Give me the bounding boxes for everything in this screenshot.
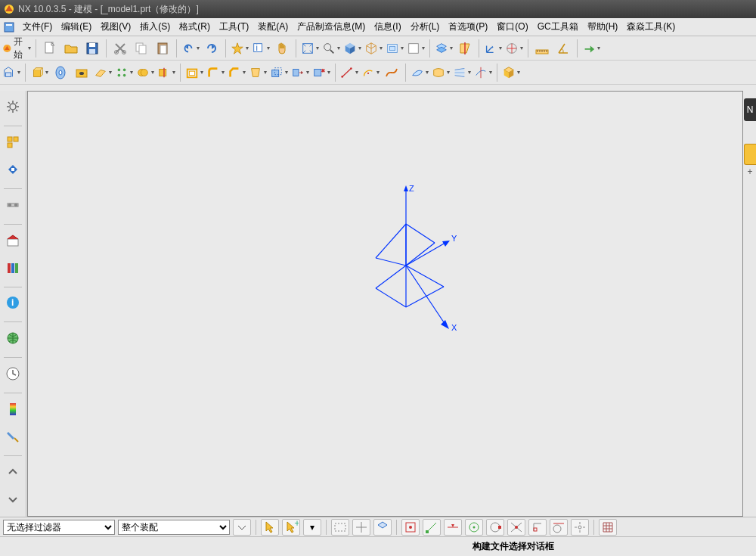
menu-senyan[interactable]: 森焱工具(K): [622, 18, 680, 36]
settings-gear-button[interactable]: [2, 97, 23, 116]
paste-button[interactable]: [153, 39, 172, 58]
reuse-library-tab[interactable]: [2, 231, 23, 250]
hd3d-tools-tab[interactable]: [2, 258, 23, 278]
line-icon: [340, 65, 354, 80]
orient-view-button[interactable]: [504, 39, 524, 58]
system-scene-tab[interactable]: [2, 399, 23, 419]
repeat-command-button[interactable]: i: [251, 39, 271, 58]
menu-file[interactable]: 文件(F): [18, 18, 57, 36]
snap-point-btn[interactable]: [401, 519, 420, 536]
curve-line-button[interactable]: [339, 63, 359, 82]
svg-point-62: [8, 203, 11, 207]
snap-quad-btn[interactable]: [486, 519, 504, 536]
cut-button[interactable]: [110, 39, 130, 58]
unite-button[interactable]: [135, 63, 155, 82]
shaded-button[interactable]: [342, 39, 362, 58]
chamfer-button[interactable]: [227, 63, 246, 82]
history-tab[interactable]: [2, 364, 23, 384]
offset-region-button[interactable]: [269, 63, 289, 82]
selection-filter-dropdown[interactable]: 无选择过滤器: [3, 520, 115, 535]
edge-blend-button[interactable]: [206, 63, 225, 82]
graphics-viewport[interactable]: Z Y X: [27, 91, 743, 517]
menu-window[interactable]: 窗口(O): [492, 18, 532, 36]
grid-btn[interactable]: [599, 519, 617, 536]
extrude-button[interactable]: [29, 63, 49, 82]
unite-icon: [136, 65, 150, 80]
move-face-button[interactable]: [290, 63, 310, 82]
extra-tool-1[interactable]: [581, 39, 601, 58]
snap-tangent-btn[interactable]: [550, 519, 568, 536]
sel-btn-2[interactable]: ＋: [282, 519, 300, 536]
menu-info[interactable]: 信息(I): [370, 18, 405, 36]
touch-mode-button[interactable]: [272, 39, 292, 58]
surface-four-point-button[interactable]: [410, 63, 429, 82]
constraint-navigator-tab[interactable]: [2, 195, 23, 215]
sel-btn-3[interactable]: ▾: [303, 519, 321, 536]
menu-help[interactable]: 帮助(H): [583, 18, 623, 36]
menu-tools[interactable]: 工具(T): [215, 18, 253, 36]
snap-mid-btn[interactable]: [444, 519, 462, 536]
layer-button[interactable]: [434, 39, 454, 58]
snap-end-btn[interactable]: [423, 519, 441, 536]
curve-studio-button[interactable]: [382, 63, 401, 82]
revolve-button[interactable]: [51, 63, 70, 82]
snap-intersect-btn[interactable]: [507, 519, 525, 536]
sel-btn-4[interactable]: [331, 519, 349, 536]
edit-section-button[interactable]: [455, 39, 475, 58]
menu-assemblies[interactable]: 装配(A): [253, 18, 293, 36]
menu-pmi[interactable]: 产品制造信息(M): [293, 18, 370, 36]
pattern-feature-button[interactable]: [114, 63, 134, 82]
sketch-button[interactable]: [2, 63, 21, 82]
menu-format[interactable]: 格式(R): [175, 18, 215, 36]
menu-edit[interactable]: 编辑(E): [57, 18, 96, 36]
info-tab[interactable]: i: [2, 294, 23, 313]
surface-swept-button[interactable]: [431, 63, 451, 82]
start-button[interactable]: 开始: [2, 39, 32, 58]
measure-distance-button[interactable]: [532, 39, 552, 58]
surface-trim-button[interactable]: [473, 63, 493, 82]
snap-ctr-btn[interactable]: [465, 519, 483, 536]
selection-scope-dropdown[interactable]: 整个装配: [118, 520, 230, 535]
sel-btn-5[interactable]: [352, 519, 370, 536]
zoom-button[interactable]: [321, 39, 341, 58]
snap-exist-btn[interactable]: [571, 519, 589, 536]
menu-preferences[interactable]: 首选项(P): [444, 18, 492, 36]
more-feature-button[interactable]: [501, 63, 521, 82]
assembly-navigator-tab[interactable]: [2, 160, 23, 179]
draft-button[interactable]: [248, 63, 268, 82]
redo-button[interactable]: [202, 39, 222, 58]
copy-button[interactable]: [132, 39, 151, 58]
collapse-down-button[interactable]: [2, 489, 23, 509]
menu-insert[interactable]: 插入(S): [135, 18, 175, 36]
undo-button[interactable]: [181, 39, 200, 58]
command-finder-button[interactable]: [230, 39, 249, 58]
menu-view[interactable]: 视图(V): [96, 18, 135, 36]
menu-corner-icon[interactable]: [3, 21, 15, 33]
menu-analysis[interactable]: 分析(L): [406, 18, 445, 36]
datum-plane-button[interactable]: [93, 63, 113, 82]
shell-button[interactable]: [184, 63, 204, 82]
wcs-button[interactable]: [483, 39, 503, 58]
sel-btn-6[interactable]: [373, 519, 392, 536]
menu-gctoolbox[interactable]: GC工具箱: [533, 18, 583, 36]
trim-body-button[interactable]: [156, 63, 176, 82]
render-style-button[interactable]: [406, 39, 426, 58]
new-button[interactable]: [40, 39, 60, 58]
selection-scope-button[interactable]: [233, 519, 251, 536]
fit-button[interactable]: [300, 39, 320, 58]
seethru-button[interactable]: [385, 39, 404, 58]
curve-arc-button[interactable]: [361, 63, 380, 82]
measure-angle-button[interactable]: [553, 39, 573, 58]
roles-tab[interactable]: [2, 427, 23, 446]
sel-btn-1[interactable]: [261, 519, 279, 536]
part-navigator-tab[interactable]: [2, 132, 23, 152]
open-button[interactable]: [61, 39, 81, 58]
wireframe-button[interactable]: [364, 39, 383, 58]
snap-perp-btn[interactable]: [528, 519, 547, 536]
save-button[interactable]: [82, 39, 102, 58]
hole-button[interactable]: [72, 63, 91, 82]
collapse-up-button[interactable]: [2, 462, 23, 482]
web-browser-tab[interactable]: [2, 328, 23, 348]
surface-through-curves-button[interactable]: [452, 63, 472, 82]
delete-face-button[interactable]: [311, 63, 331, 82]
